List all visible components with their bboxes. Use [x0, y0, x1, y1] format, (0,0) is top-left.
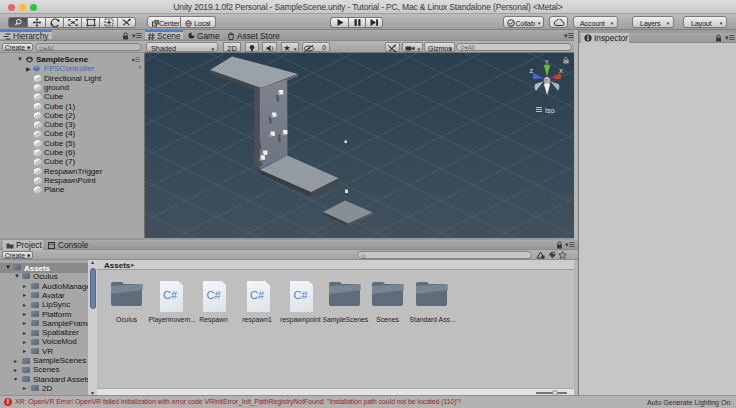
svg-text:Y: Y [545, 59, 549, 65]
svg-text:Iso: Iso [545, 107, 554, 114]
svg-text:Z: Z [530, 68, 534, 74]
svg-text:X: X [559, 68, 563, 74]
